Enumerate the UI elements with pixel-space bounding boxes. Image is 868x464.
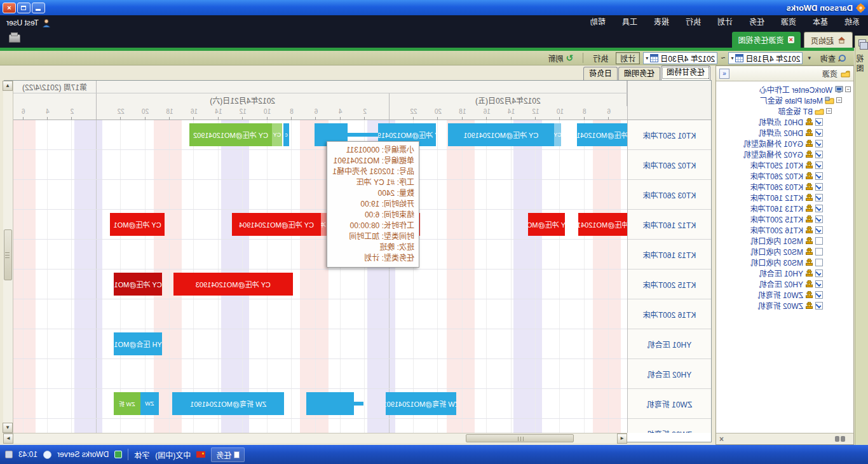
hscroll-thumb[interactable] (466, 434, 574, 442)
gantt-tab-任务甘特图[interactable]: 任务甘特图 (661, 65, 710, 80)
scroll-right-arrow[interactable]: ► (3, 433, 13, 444)
task-bar[interactable]: ZW 折弯@MO12041901 (386, 392, 456, 415)
tree-checkbox[interactable] (815, 172, 823, 180)
vscroll-thumb[interactable] (4, 229, 12, 280)
menu-item-帮助[interactable]: 帮助 (582, 15, 614, 30)
chevron-down-icon[interactable]: ▾ (731, 55, 733, 61)
task-bar[interactable]: CY 冲压@MO12041901 (577, 123, 627, 146)
gantt-tab-日负荷[interactable]: 日负荷 (583, 67, 618, 80)
task-bar[interactable]: ZW 折弯@MO12041901 (172, 392, 285, 415)
tree-item-DH02[interactable]: DH02 点焊机 (716, 127, 853, 138)
tree-item-DH01[interactable]: DH01 点焊机 (716, 116, 853, 127)
task-bar[interactable] (354, 402, 363, 406)
tree-item-ZW02[interactable]: ZW02 折弯机 (716, 300, 853, 311)
date-from-field[interactable]: 2012年 4月18日 ▾ (728, 52, 803, 64)
fonts-menu[interactable]: 字体 (134, 449, 149, 460)
menu-item-系统[interactable]: 系统 (836, 15, 868, 30)
chevron-down-icon[interactable]: ▾ (646, 55, 648, 61)
pin-icon[interactable] (9, 34, 20, 43)
tree-checkbox[interactable] (815, 205, 823, 212)
tree-checkbox[interactable] (815, 302, 823, 310)
task-bar[interactable]: CY (554, 123, 562, 146)
task-bar[interactable]: CY 冲压@MO12041904 (232, 213, 321, 236)
tree-checkbox[interactable] (815, 161, 823, 169)
task-bar[interactable]: CY 冲压@MO1 (110, 213, 165, 236)
query-dropdown-button[interactable]: ▾ (806, 52, 813, 64)
server-tray-icon[interactable] (114, 451, 122, 458)
tree-checkbox[interactable] (815, 183, 823, 191)
tree-checkbox[interactable] (815, 270, 823, 277)
find-icon[interactable] (835, 436, 845, 442)
task-bar[interactable] (348, 133, 378, 137)
tree-expander-icon[interactable]: − (826, 108, 832, 114)
scroll-up-arrow[interactable]: ▲ (3, 81, 13, 91)
task-bar[interactable]: CY 冲压@MO1 (529, 213, 566, 236)
tree-checkbox[interactable] (815, 151, 823, 158)
refresh-button[interactable]: ↻ 刷新 (544, 52, 578, 64)
menu-item-任务[interactable]: 任务 (741, 15, 773, 30)
task-bar[interactable]: CY 冲压@MO12041903 (173, 273, 293, 296)
tab-close-icon[interactable]: × (788, 36, 794, 43)
close-button[interactable]: × (3, 3, 16, 13)
scroll-left-arrow[interactable]: ◄ (617, 433, 627, 444)
task-bar[interactable]: CY 冲压@MO12041901 (448, 123, 554, 146)
tree-checkbox[interactable] (815, 280, 823, 288)
tree-checkbox[interactable] (815, 291, 823, 299)
tree-checkbox[interactable] (815, 129, 823, 137)
tree-checkbox[interactable] (815, 140, 823, 147)
menu-item-执行[interactable]: 执行 (677, 15, 709, 30)
tree-checkbox[interactable] (815, 248, 823, 256)
task-bar[interactable]: CY 冲压@MO12041904 (578, 213, 627, 236)
close-icon[interactable]: × (719, 435, 724, 444)
horizontal-scrollbar[interactable]: ◄► (3, 433, 627, 443)
plan-toggle-button[interactable]: 计划 (616, 52, 640, 64)
language-indicator[interactable]: 中文(中国) (155, 449, 191, 460)
tree-checkbox[interactable] (815, 194, 823, 201)
minimize-button[interactable] (32, 3, 45, 13)
restore-button[interactable] (17, 3, 31, 13)
task-bar[interactable]: ZW 折 (114, 392, 140, 415)
tree-checkbox[interactable] (815, 259, 823, 266)
tree-item-ZW01[interactable]: ZW01 折弯机 (716, 289, 853, 300)
tree-item-MS02[interactable]: MS02 内收口机 (716, 246, 853, 257)
menu-item-工具[interactable]: 工具 (614, 15, 646, 30)
tree-item-KT01[interactable]: KT01 250T冲床 (716, 160, 853, 170)
task-bar[interactable]: CY 冲压@MO12041902 (189, 123, 273, 146)
tab-start-page[interactable]: 起始页 (804, 32, 853, 48)
menu-item-基本[interactable]: 基本 (804, 15, 836, 30)
tree-item-YH01[interactable]: YH01 压合机 (716, 268, 853, 278)
tree-item-YH02[interactable]: YH02 压合机 (716, 278, 853, 289)
task-bar[interactable]: YH 压合@MO1 (114, 332, 163, 355)
task-bar[interactable]: c (283, 123, 290, 146)
tree-item-GY02[interactable]: GY02 外桶成型机 (716, 149, 853, 160)
tree-item-MS01[interactable]: MS01 内收口机 (716, 235, 853, 246)
task-bar[interactable] (306, 392, 354, 415)
task-bar[interactable]: CY 冲压@MO1 (114, 273, 163, 296)
tree-checkbox[interactable] (815, 237, 823, 245)
views-collapsed-panel[interactable]: 视图 (855, 36, 868, 445)
tree-item-Metal[interactable]: −Metal Plate 钣金厂 (716, 95, 853, 106)
tree-expander-icon[interactable]: − (836, 97, 842, 103)
execute-button[interactable]: 执行 (588, 52, 613, 64)
tree-item-KT02[interactable]: KT02 260T冲床 (716, 170, 853, 181)
tree-item-KT12[interactable]: KT12 160T冲床 (716, 192, 853, 203)
tree-item-KT16[interactable]: KT16 200T冲床 (716, 224, 853, 235)
tree-checkbox[interactable] (815, 226, 823, 234)
tree-item-BT[interactable]: −BT 钣金部 (716, 106, 853, 116)
menu-item-报表[interactable]: 报表 (646, 15, 677, 30)
vertical-scrollbar[interactable]: ▲▼ (3, 81, 13, 433)
tree-item-WorkCenter[interactable]: −WorkCenter 工作中心 (716, 84, 853, 95)
tree-checkbox[interactable] (815, 215, 823, 223)
tree-item-KT15[interactable]: KT15 200T冲床 (716, 214, 853, 224)
tree-checkbox[interactable] (815, 118, 823, 126)
tray-icon[interactable] (5, 451, 13, 458)
task-bar[interactable]: CY (272, 123, 281, 146)
tree-item-MS03[interactable]: MS03 内收口机 (716, 257, 853, 268)
query-button[interactable]: 查询 (816, 52, 851, 64)
tray-icon[interactable] (43, 451, 51, 459)
date-to-field[interactable]: 2012年 4月30日 ▾ (643, 52, 717, 64)
tab-resource-task-view[interactable]: × 资源任务视图 (732, 32, 801, 48)
gantt-tab-任务明细[interactable]: 任务明细 (618, 67, 660, 80)
tree-item-GY01[interactable]: GY01 外桶成型机 (716, 138, 853, 149)
taskbar-window-button[interactable]: 任务 (211, 447, 245, 462)
